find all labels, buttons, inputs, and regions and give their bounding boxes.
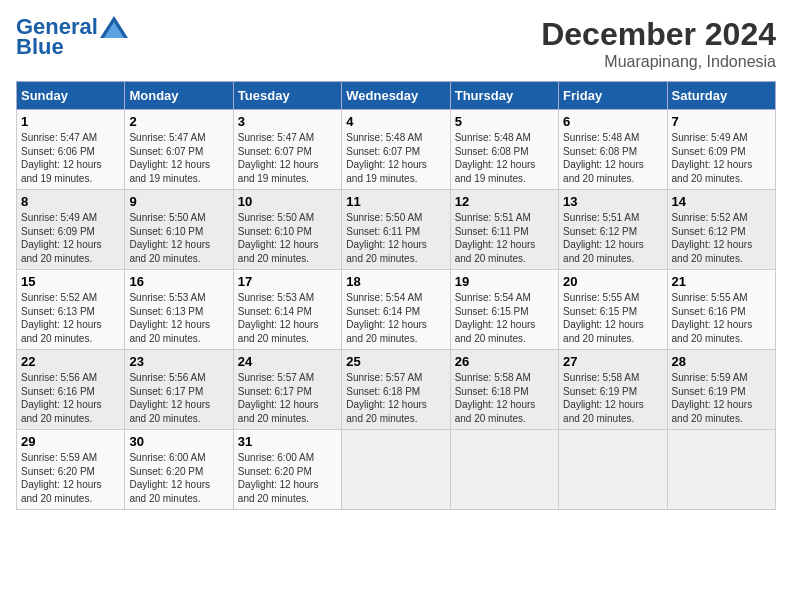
calendar-cell: 19Sunrise: 5:54 AMSunset: 6:15 PMDayligh… bbox=[450, 270, 558, 350]
calendar-cell: 25Sunrise: 5:57 AMSunset: 6:18 PMDayligh… bbox=[342, 350, 450, 430]
day-detail: Sunrise: 5:56 AMSunset: 6:17 PMDaylight:… bbox=[129, 372, 210, 424]
day-number: 1 bbox=[21, 114, 120, 129]
calendar-cell: 21Sunrise: 5:55 AMSunset: 6:16 PMDayligh… bbox=[667, 270, 775, 350]
day-detail: Sunrise: 5:59 AMSunset: 6:19 PMDaylight:… bbox=[672, 372, 753, 424]
day-detail: Sunrise: 5:49 AMSunset: 6:09 PMDaylight:… bbox=[21, 212, 102, 264]
calendar-cell: 31Sunrise: 6:00 AMSunset: 6:20 PMDayligh… bbox=[233, 430, 341, 510]
day-number: 19 bbox=[455, 274, 554, 289]
day-detail: Sunrise: 5:57 AMSunset: 6:17 PMDaylight:… bbox=[238, 372, 319, 424]
day-detail: Sunrise: 5:58 AMSunset: 6:18 PMDaylight:… bbox=[455, 372, 536, 424]
calendar-cell: 23Sunrise: 5:56 AMSunset: 6:17 PMDayligh… bbox=[125, 350, 233, 430]
day-number: 11 bbox=[346, 194, 445, 209]
day-number: 2 bbox=[129, 114, 228, 129]
day-detail: Sunrise: 5:50 AMSunset: 6:10 PMDaylight:… bbox=[238, 212, 319, 264]
day-number: 26 bbox=[455, 354, 554, 369]
day-number: 28 bbox=[672, 354, 771, 369]
day-detail: Sunrise: 5:48 AMSunset: 6:07 PMDaylight:… bbox=[346, 132, 427, 184]
col-header-monday: Monday bbox=[125, 82, 233, 110]
day-number: 21 bbox=[672, 274, 771, 289]
calendar-cell bbox=[450, 430, 558, 510]
day-detail: Sunrise: 5:48 AMSunset: 6:08 PMDaylight:… bbox=[455, 132, 536, 184]
calendar-cell: 12Sunrise: 5:51 AMSunset: 6:11 PMDayligh… bbox=[450, 190, 558, 270]
day-detail: Sunrise: 5:55 AMSunset: 6:15 PMDaylight:… bbox=[563, 292, 644, 344]
day-number: 14 bbox=[672, 194, 771, 209]
calendar-cell: 16Sunrise: 5:53 AMSunset: 6:13 PMDayligh… bbox=[125, 270, 233, 350]
week-row-2: 8Sunrise: 5:49 AMSunset: 6:09 PMDaylight… bbox=[17, 190, 776, 270]
day-detail: Sunrise: 5:53 AMSunset: 6:14 PMDaylight:… bbox=[238, 292, 319, 344]
calendar-cell: 24Sunrise: 5:57 AMSunset: 6:17 PMDayligh… bbox=[233, 350, 341, 430]
day-detail: Sunrise: 5:54 AMSunset: 6:14 PMDaylight:… bbox=[346, 292, 427, 344]
page-subtitle: Muarapinang, Indonesia bbox=[541, 53, 776, 71]
day-detail: Sunrise: 6:00 AMSunset: 6:20 PMDaylight:… bbox=[238, 452, 319, 504]
day-number: 3 bbox=[238, 114, 337, 129]
day-detail: Sunrise: 5:55 AMSunset: 6:16 PMDaylight:… bbox=[672, 292, 753, 344]
day-number: 12 bbox=[455, 194, 554, 209]
day-number: 5 bbox=[455, 114, 554, 129]
day-detail: Sunrise: 5:47 AMSunset: 6:06 PMDaylight:… bbox=[21, 132, 102, 184]
day-number: 23 bbox=[129, 354, 228, 369]
day-detail: Sunrise: 5:53 AMSunset: 6:13 PMDaylight:… bbox=[129, 292, 210, 344]
calendar-cell: 30Sunrise: 6:00 AMSunset: 6:20 PMDayligh… bbox=[125, 430, 233, 510]
col-header-tuesday: Tuesday bbox=[233, 82, 341, 110]
col-header-saturday: Saturday bbox=[667, 82, 775, 110]
day-number: 27 bbox=[563, 354, 662, 369]
calendar-cell: 5Sunrise: 5:48 AMSunset: 6:08 PMDaylight… bbox=[450, 110, 558, 190]
day-number: 6 bbox=[563, 114, 662, 129]
day-number: 8 bbox=[21, 194, 120, 209]
day-detail: Sunrise: 5:52 AMSunset: 6:13 PMDaylight:… bbox=[21, 292, 102, 344]
day-detail: Sunrise: 5:50 AMSunset: 6:10 PMDaylight:… bbox=[129, 212, 210, 264]
logo-blue-text: Blue bbox=[16, 36, 64, 58]
calendar-cell: 2Sunrise: 5:47 AMSunset: 6:07 PMDaylight… bbox=[125, 110, 233, 190]
day-detail: Sunrise: 5:50 AMSunset: 6:11 PMDaylight:… bbox=[346, 212, 427, 264]
day-number: 29 bbox=[21, 434, 120, 449]
calendar-table: SundayMondayTuesdayWednesdayThursdayFrid… bbox=[16, 81, 776, 510]
day-detail: Sunrise: 5:48 AMSunset: 6:08 PMDaylight:… bbox=[563, 132, 644, 184]
calendar-cell: 29Sunrise: 5:59 AMSunset: 6:20 PMDayligh… bbox=[17, 430, 125, 510]
calendar-cell bbox=[559, 430, 667, 510]
day-detail: Sunrise: 5:51 AMSunset: 6:12 PMDaylight:… bbox=[563, 212, 644, 264]
day-number: 15 bbox=[21, 274, 120, 289]
day-number: 30 bbox=[129, 434, 228, 449]
calendar-cell: 28Sunrise: 5:59 AMSunset: 6:19 PMDayligh… bbox=[667, 350, 775, 430]
calendar-cell: 8Sunrise: 5:49 AMSunset: 6:09 PMDaylight… bbox=[17, 190, 125, 270]
day-detail: Sunrise: 5:58 AMSunset: 6:19 PMDaylight:… bbox=[563, 372, 644, 424]
day-detail: Sunrise: 5:54 AMSunset: 6:15 PMDaylight:… bbox=[455, 292, 536, 344]
calendar-cell bbox=[667, 430, 775, 510]
day-number: 10 bbox=[238, 194, 337, 209]
logo-icon bbox=[100, 16, 128, 38]
day-number: 31 bbox=[238, 434, 337, 449]
day-detail: Sunrise: 5:47 AMSunset: 6:07 PMDaylight:… bbox=[238, 132, 319, 184]
week-row-5: 29Sunrise: 5:59 AMSunset: 6:20 PMDayligh… bbox=[17, 430, 776, 510]
calendar-cell: 18Sunrise: 5:54 AMSunset: 6:14 PMDayligh… bbox=[342, 270, 450, 350]
day-detail: Sunrise: 5:57 AMSunset: 6:18 PMDaylight:… bbox=[346, 372, 427, 424]
week-row-1: 1Sunrise: 5:47 AMSunset: 6:06 PMDaylight… bbox=[17, 110, 776, 190]
day-number: 25 bbox=[346, 354, 445, 369]
calendar-cell: 27Sunrise: 5:58 AMSunset: 6:19 PMDayligh… bbox=[559, 350, 667, 430]
day-detail: Sunrise: 5:49 AMSunset: 6:09 PMDaylight:… bbox=[672, 132, 753, 184]
calendar-cell bbox=[342, 430, 450, 510]
calendar-cell: 15Sunrise: 5:52 AMSunset: 6:13 PMDayligh… bbox=[17, 270, 125, 350]
day-number: 17 bbox=[238, 274, 337, 289]
calendar-cell: 11Sunrise: 5:50 AMSunset: 6:11 PMDayligh… bbox=[342, 190, 450, 270]
week-row-3: 15Sunrise: 5:52 AMSunset: 6:13 PMDayligh… bbox=[17, 270, 776, 350]
page-title: December 2024 bbox=[541, 16, 776, 53]
logo: General Blue bbox=[16, 16, 128, 58]
calendar-cell: 3Sunrise: 5:47 AMSunset: 6:07 PMDaylight… bbox=[233, 110, 341, 190]
calendar-cell: 14Sunrise: 5:52 AMSunset: 6:12 PMDayligh… bbox=[667, 190, 775, 270]
day-number: 16 bbox=[129, 274, 228, 289]
day-number: 18 bbox=[346, 274, 445, 289]
calendar-cell: 20Sunrise: 5:55 AMSunset: 6:15 PMDayligh… bbox=[559, 270, 667, 350]
day-detail: Sunrise: 5:59 AMSunset: 6:20 PMDaylight:… bbox=[21, 452, 102, 504]
calendar-header-row: SundayMondayTuesdayWednesdayThursdayFrid… bbox=[17, 82, 776, 110]
calendar-cell: 17Sunrise: 5:53 AMSunset: 6:14 PMDayligh… bbox=[233, 270, 341, 350]
calendar-cell: 10Sunrise: 5:50 AMSunset: 6:10 PMDayligh… bbox=[233, 190, 341, 270]
day-detail: Sunrise: 5:51 AMSunset: 6:11 PMDaylight:… bbox=[455, 212, 536, 264]
day-number: 22 bbox=[21, 354, 120, 369]
col-header-thursday: Thursday bbox=[450, 82, 558, 110]
calendar-cell: 4Sunrise: 5:48 AMSunset: 6:07 PMDaylight… bbox=[342, 110, 450, 190]
day-number: 24 bbox=[238, 354, 337, 369]
calendar-cell: 22Sunrise: 5:56 AMSunset: 6:16 PMDayligh… bbox=[17, 350, 125, 430]
day-number: 20 bbox=[563, 274, 662, 289]
calendar-cell: 26Sunrise: 5:58 AMSunset: 6:18 PMDayligh… bbox=[450, 350, 558, 430]
day-detail: Sunrise: 5:56 AMSunset: 6:16 PMDaylight:… bbox=[21, 372, 102, 424]
